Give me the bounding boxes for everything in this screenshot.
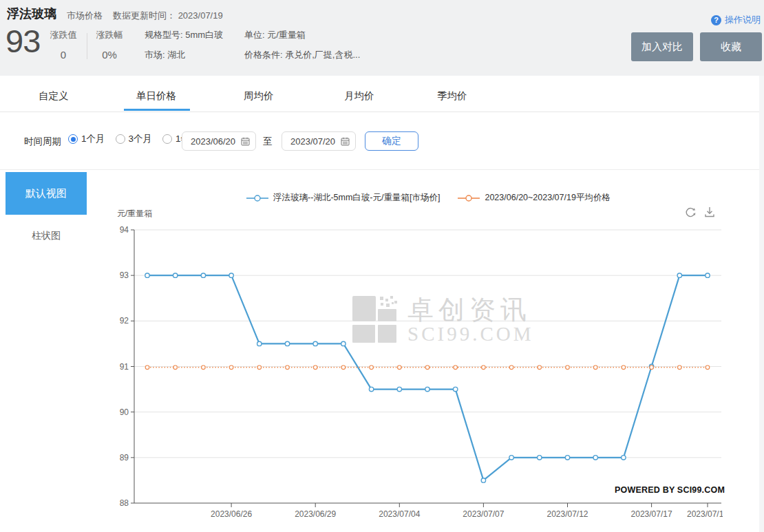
download-icon[interactable] xyxy=(703,205,717,219)
average-point-marker xyxy=(454,365,458,370)
change-pct-stat: 涨跌幅 0% xyxy=(92,29,127,61)
y-tick-label: 93 xyxy=(120,270,129,280)
legend-line-marker-icon xyxy=(246,195,268,202)
x-tick-label: 2023/07/17 xyxy=(631,509,672,519)
average-point-marker xyxy=(145,365,149,370)
average-point-marker xyxy=(398,365,402,370)
tab-weekly-avg[interactable]: 周均价 xyxy=(244,89,274,103)
category-label: 市场价格 xyxy=(67,10,103,22)
market-label: 市场: 湖北 xyxy=(145,49,185,61)
price-point-marker xyxy=(201,273,205,277)
x-tick-label: 2023/06/29 xyxy=(295,509,336,519)
tab-quarterly-avg[interactable]: 季均价 xyxy=(437,89,467,103)
favorite-button[interactable]: 收藏 xyxy=(700,32,762,61)
condition-label: 价格条件: 承兑价,厂提,含税... xyxy=(244,49,360,61)
page: 浮法玻璃 市场价格 数据更新时间： 2023/07/19 93 涨跌值 0 涨跌… xyxy=(0,0,764,532)
y-tick-label: 88 xyxy=(120,498,129,508)
price-point-marker xyxy=(397,387,401,391)
sidebar-item-bar-chart[interactable]: 柱状图 xyxy=(6,228,87,243)
radio-3-months[interactable]: 3个月 xyxy=(116,133,153,145)
add-to-compare-button[interactable]: 加入对比 xyxy=(631,32,693,61)
calendar-icon xyxy=(241,137,250,146)
confirm-button[interactable]: 确定 xyxy=(365,131,418,151)
price-point-marker xyxy=(454,387,458,391)
price-point-marker xyxy=(313,341,317,345)
average-point-marker xyxy=(482,365,486,370)
end-date-value: 2023/07/20 xyxy=(290,136,335,147)
y-tick-label: 90 xyxy=(120,407,129,417)
sidebar-item-default-view[interactable]: 默认视图 xyxy=(6,172,87,215)
y-tick-label: 94 xyxy=(120,225,129,235)
average-point-marker xyxy=(286,365,290,370)
change-pct-value: 0% xyxy=(92,49,127,61)
price-point-marker xyxy=(425,387,429,391)
change-pct-label: 涨跌幅 xyxy=(92,29,127,41)
legend-item-average-price[interactable]: 2023/06/20~2023/07/19平均价格 xyxy=(458,192,610,204)
period-radio-group: 1个月3个月1年 xyxy=(68,133,200,145)
y-axis-unit-label: 元/重量箱 xyxy=(117,208,152,220)
page-title: 浮法玻璃 xyxy=(7,6,56,22)
tab-custom[interactable]: 自定义 xyxy=(39,89,69,103)
radio-label: 1个月 xyxy=(81,133,105,145)
average-point-marker xyxy=(593,365,597,370)
price-point-marker xyxy=(538,456,542,460)
y-tick-label: 91 xyxy=(120,362,129,372)
average-point-marker xyxy=(229,365,233,370)
end-date-input[interactable]: 2023/07/20 xyxy=(282,131,356,151)
change-label: 涨跌值 xyxy=(48,29,78,41)
average-point-marker xyxy=(313,365,317,370)
main-panel: 默认视图柱状图 浮法玻璃--湖北-5mm白玻-元/重量箱[市场价]2023/06… xyxy=(0,170,764,532)
radio-1-month[interactable]: 1个月 xyxy=(68,133,105,145)
tab-monthly-avg[interactable]: 月均价 xyxy=(344,89,374,103)
start-date-value: 2023/06/20 xyxy=(191,136,235,147)
average-point-marker xyxy=(566,365,570,370)
start-date-input[interactable]: 2023/06/20 xyxy=(182,131,256,151)
price-series-line xyxy=(147,275,708,480)
chart-area: 浮法玻璃--湖北-5mm白玻-元/重量箱[市场价]2023/06/20~2023… xyxy=(93,170,764,532)
help-link-label: 操作说明 xyxy=(725,14,761,26)
tab-bar: 自定义单日价格周均价月均价季均价 xyxy=(0,76,764,112)
x-tick-label: 2023/06/26 xyxy=(211,509,252,519)
tab-daily-price[interactable]: 单日价格 xyxy=(136,89,176,103)
price-point-marker xyxy=(369,387,373,391)
change-stat: 涨跌值 0 xyxy=(48,29,78,61)
average-point-marker xyxy=(370,365,374,370)
unit-label: 单位: 元/重量箱 xyxy=(244,29,306,41)
powered-by-label: POWERED BY SCI99.COM xyxy=(615,485,725,495)
average-point-marker xyxy=(509,365,513,370)
radio-unselected-icon xyxy=(116,134,125,144)
y-tick-label: 92 xyxy=(120,316,129,326)
price-point-marker xyxy=(285,341,289,345)
price-point-marker xyxy=(677,273,681,277)
update-time: 数据更新时间： 2023/07/19 xyxy=(113,10,223,22)
legend-line-marker-icon xyxy=(458,195,480,202)
stat-divider xyxy=(87,33,87,59)
header: 浮法玻璃 市场价格 数据更新时间： 2023/07/19 93 涨跌值 0 涨跌… xyxy=(0,0,764,76)
price-point-marker xyxy=(509,456,513,460)
average-point-marker xyxy=(705,365,710,370)
question-icon: ? xyxy=(711,15,721,25)
average-point-marker xyxy=(341,365,346,370)
radio-unselected-icon xyxy=(162,134,172,144)
average-point-marker xyxy=(425,365,429,370)
average-point-marker xyxy=(257,365,262,370)
radio-selected-icon xyxy=(68,134,78,144)
price-point-marker xyxy=(565,456,569,460)
price-point-marker xyxy=(145,273,149,277)
chart-legend: 浮法玻璃--湖北-5mm白玻-元/重量箱[市场价]2023/06/20~2023… xyxy=(93,192,764,204)
change-value: 0 xyxy=(48,49,78,61)
legend-item-market-price[interactable]: 浮法玻璃--湖北-5mm白玻-元/重量箱[市场价] xyxy=(246,192,440,204)
refresh-icon[interactable] xyxy=(683,205,697,219)
x-tick-label: 2023/07/04 xyxy=(379,509,420,519)
price-point-marker xyxy=(593,456,597,460)
calendar-icon xyxy=(341,137,350,146)
active-tab-underline xyxy=(124,109,190,111)
help-link[interactable]: ? 操作说明 xyxy=(711,14,761,26)
average-point-marker xyxy=(650,365,654,370)
average-point-marker xyxy=(678,365,682,370)
to-label: 至 xyxy=(263,136,273,148)
x-tick-label: 2023/07/07 xyxy=(463,509,504,519)
page-scroll-gutter xyxy=(759,76,764,532)
average-point-marker xyxy=(622,365,626,370)
filter-bar: 时间周期 1个月3个月1年 2023/06/20 至 2023/07/20 xyxy=(0,112,764,170)
